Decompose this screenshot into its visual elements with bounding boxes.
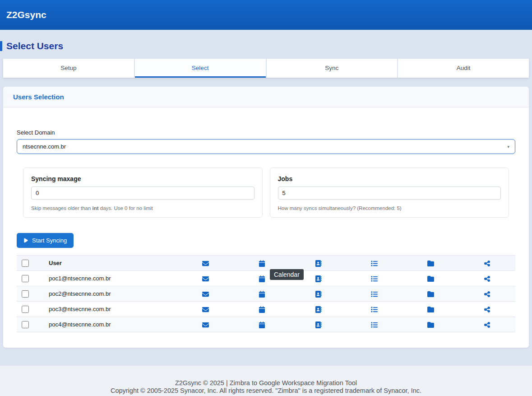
footer-line-1: Z2Gsync © 2025 | Zimbra to Google Worksp…	[0, 379, 532, 387]
users-table: User poc1@ntsecnne.com.br	[17, 255, 515, 332]
maxage-label: Syncing maxage	[31, 175, 254, 182]
calendar-tooltip: Calendar	[270, 269, 304, 280]
mail-icon[interactable]	[177, 302, 234, 317]
table-row: poc2@ntsecnne.com.br	[17, 286, 515, 302]
jobs-input[interactable]	[278, 186, 501, 200]
wizard-tabs: Setup Select Sync Audit	[3, 59, 529, 78]
folder-icon[interactable]	[402, 317, 459, 332]
tab-setup[interactable]: Setup	[3, 59, 134, 78]
share-icon[interactable]	[459, 302, 515, 317]
folder-icon[interactable]	[402, 302, 459, 317]
start-syncing-button[interactable]: Start Syncing	[17, 233, 74, 248]
page-title-text: Select Users	[6, 41, 63, 51]
chevron-down-icon: ▾	[507, 144, 509, 149]
footer-line-2: Copyright © 2005-2025 Synacor, Inc. All …	[0, 387, 532, 395]
contacts-icon[interactable]	[290, 317, 347, 332]
jobs-box: Jobs How many syncs simultaneously? (Rec…	[270, 168, 509, 218]
contacts-icon[interactable]	[290, 286, 347, 302]
card-title: Users Selection	[3, 87, 529, 107]
tab-select[interactable]: Select	[135, 59, 266, 78]
domain-select[interactable]: ntsecnne.com.br ▾	[17, 139, 515, 154]
tasks-icon[interactable]	[346, 271, 402, 286]
mail-icon[interactable]	[177, 271, 234, 286]
tab-sync[interactable]: Sync	[267, 59, 398, 78]
tasks-icon[interactable]	[346, 256, 402, 271]
user-email: poc2@ntsecnne.com.br	[42, 286, 177, 302]
share-icon[interactable]	[459, 256, 515, 271]
maxage-help: Skip messages older than int days. Use 0…	[31, 205, 254, 211]
top-navbar: Z2Gsync	[0, 0, 532, 30]
play-icon	[23, 238, 28, 243]
row-checkbox[interactable]	[22, 290, 29, 298]
tasks-icon[interactable]	[346, 286, 402, 302]
row-checkbox[interactable]	[22, 306, 29, 313]
calendar-icon[interactable]	[234, 317, 290, 332]
tasks-icon[interactable]	[346, 317, 402, 332]
tab-audit[interactable]: Audit	[398, 59, 529, 78]
page-footer: Z2Gsync © 2025 | Zimbra to Google Worksp…	[0, 366, 532, 396]
share-icon[interactable]	[459, 317, 515, 332]
folder-icon[interactable]	[402, 271, 459, 286]
title-accent-bar	[0, 41, 2, 51]
users-selection-card: Users Selection Select Domain ntsecnne.c…	[3, 87, 529, 348]
user-column-header: User	[42, 256, 177, 271]
calendar-icon[interactable]	[234, 256, 290, 271]
mail-icon[interactable]	[177, 286, 234, 302]
maxage-input[interactable]	[31, 186, 254, 200]
table-header-row: User	[17, 256, 515, 271]
contacts-icon[interactable]	[290, 256, 347, 271]
table-row: poc4@ntsecnne.com.br	[17, 317, 515, 332]
user-table-body: poc1@ntsecnne.com.br poc2@ntsecnne.com.b…	[17, 271, 515, 332]
user-email: poc4@ntsecnne.com.br	[42, 317, 177, 332]
row-checkbox[interactable]	[22, 275, 29, 282]
table-row: poc1@ntsecnne.com.br	[17, 271, 515, 286]
user-email: poc3@ntsecnne.com.br	[42, 302, 177, 317]
app-brand: Z2Gsync	[6, 9, 46, 20]
jobs-label: Jobs	[278, 175, 501, 182]
share-icon[interactable]	[459, 271, 515, 286]
page-title: Select Users	[0, 41, 532, 51]
domain-select-value: ntsecnne.com.br	[23, 143, 66, 150]
user-email: poc1@ntsecnne.com.br	[42, 271, 177, 286]
tasks-icon[interactable]	[346, 302, 402, 317]
contacts-icon[interactable]	[290, 302, 347, 317]
users-table-wrap: User poc1@ntsecnne.com.br	[17, 255, 515, 332]
calendar-icon[interactable]	[234, 286, 290, 302]
select-all-checkbox[interactable]	[22, 260, 29, 267]
calendar-icon[interactable]	[234, 302, 290, 317]
share-icon[interactable]	[459, 286, 515, 302]
folder-icon[interactable]	[402, 286, 459, 302]
domain-label: Select Domain	[17, 129, 515, 136]
mail-icon[interactable]	[177, 317, 234, 332]
row-checkbox[interactable]	[22, 321, 29, 328]
jobs-help: How many syncs simultaneously? (Recommen…	[278, 205, 501, 211]
start-syncing-label: Start Syncing	[32, 237, 67, 244]
mail-icon[interactable]	[177, 256, 234, 271]
folder-icon[interactable]	[402, 256, 459, 271]
table-row: poc3@ntsecnne.com.br	[17, 302, 515, 317]
maxage-box: Syncing maxage Skip messages older than …	[23, 168, 263, 218]
